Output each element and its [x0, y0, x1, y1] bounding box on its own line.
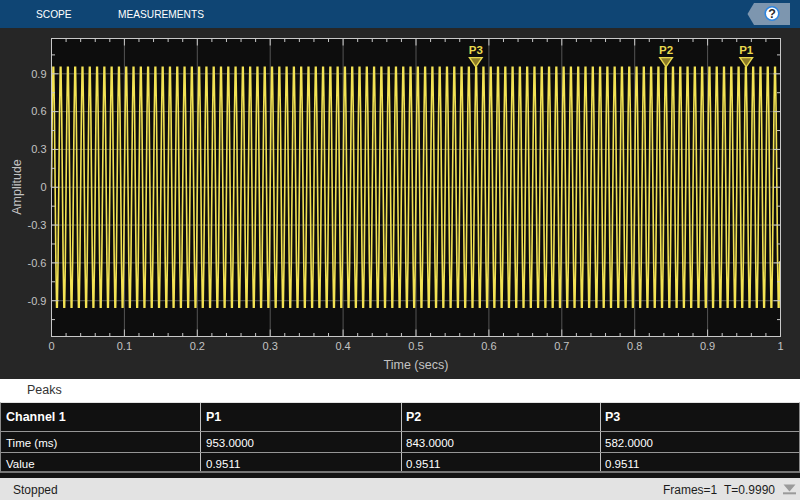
svg-text:0.1: 0.1 [117, 340, 132, 352]
svg-text:0.9: 0.9 [700, 340, 715, 352]
svg-text:Amplitude: Amplitude [10, 159, 24, 215]
svg-text:0.4: 0.4 [335, 340, 350, 352]
svg-text:?: ? [768, 7, 776, 21]
svg-text:0.3: 0.3 [263, 340, 278, 352]
svg-text:-0.6: -0.6 [28, 257, 47, 269]
svg-text:0.9: 0.9 [31, 68, 46, 80]
svg-text:0.3: 0.3 [31, 143, 46, 155]
svg-text:0.6: 0.6 [31, 105, 46, 117]
svg-text:P1: P1 [739, 44, 754, 56]
svg-text:0.5: 0.5 [408, 340, 423, 352]
svg-text:Time (secs): Time (secs) [384, 358, 449, 372]
svg-text:0.2: 0.2 [190, 340, 205, 352]
svg-text:-0.9: -0.9 [28, 295, 47, 307]
svg-text:-0.3: -0.3 [28, 219, 47, 231]
svg-text:0: 0 [40, 181, 46, 193]
svg-text:0.8: 0.8 [627, 340, 642, 352]
svg-text:0: 0 [48, 340, 54, 352]
svg-text:1: 1 [777, 340, 783, 352]
svg-text:P3: P3 [469, 44, 483, 56]
svg-text:0.6: 0.6 [481, 340, 496, 352]
svg-text:0.7: 0.7 [554, 340, 569, 352]
svg-text:P2: P2 [659, 44, 673, 56]
